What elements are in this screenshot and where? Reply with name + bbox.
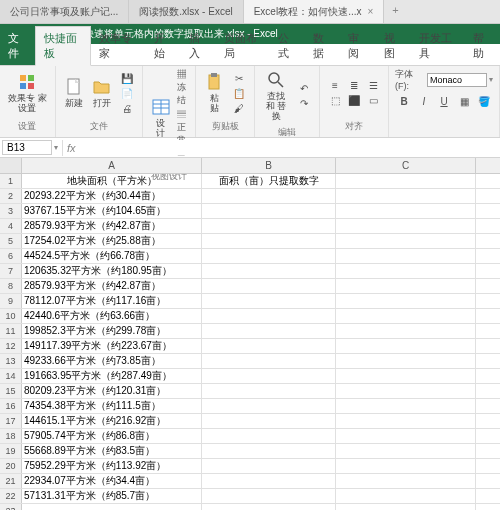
- row-header[interactable]: 2: [0, 189, 22, 203]
- cell[interactable]: [202, 294, 336, 308]
- cell[interactable]: 28579.93平方米（约42.87亩）: [22, 279, 202, 293]
- cell[interactable]: 22934.07平方米（约34.4亩）: [22, 474, 202, 488]
- saveas-icon[interactable]: 📄: [118, 86, 136, 100]
- row-header[interactable]: 8: [0, 279, 22, 293]
- fill-icon[interactable]: 🪣: [475, 94, 493, 108]
- settings-button[interactable]: 效果专 家设置: [6, 70, 49, 116]
- print-icon[interactable]: 🖨: [118, 101, 136, 115]
- cell[interactable]: [202, 324, 336, 338]
- cell[interactable]: [336, 279, 476, 293]
- cell[interactable]: [336, 429, 476, 443]
- cell[interactable]: [202, 219, 336, 233]
- col-header-b[interactable]: B: [202, 158, 336, 173]
- cell[interactable]: 93767.15平方米（约104.65亩）: [22, 204, 202, 218]
- formula-bar[interactable]: [80, 140, 500, 155]
- cell[interactable]: [336, 504, 476, 510]
- tab-efficiency[interactable]: 效率专家: [91, 27, 145, 65]
- cell[interactable]: 55668.89平方米（约83.5亩）: [22, 444, 202, 458]
- valign-top-icon[interactable]: ⬚: [326, 94, 344, 108]
- cell[interactable]: [202, 234, 336, 248]
- title-tab-1[interactable]: 公司日常事项及账户记...: [0, 0, 129, 23]
- tab-data[interactable]: 数据: [305, 27, 340, 65]
- cell[interactable]: 74354.38平方米（约111.5亩）: [22, 399, 202, 413]
- cell[interactable]: [336, 399, 476, 413]
- cell[interactable]: [202, 399, 336, 413]
- row-header[interactable]: 22: [0, 489, 22, 503]
- row-header[interactable]: 15: [0, 384, 22, 398]
- cell[interactable]: [336, 444, 476, 458]
- row-header[interactable]: 1: [0, 174, 22, 188]
- name-box[interactable]: [2, 140, 52, 155]
- row-header[interactable]: 11: [0, 324, 22, 338]
- cell[interactable]: [202, 189, 336, 203]
- cell[interactable]: [202, 474, 336, 488]
- undo-icon[interactable]: ↶: [295, 81, 313, 95]
- cell[interactable]: [336, 339, 476, 353]
- cell[interactable]: [202, 339, 336, 353]
- valign-mid-icon[interactable]: ⬛: [345, 94, 363, 108]
- cell[interactable]: [336, 249, 476, 263]
- cell[interactable]: [202, 249, 336, 263]
- cell[interactable]: 28579.93平方米（约42.87亩）: [22, 219, 202, 233]
- cell[interactable]: [336, 369, 476, 383]
- cell[interactable]: 57131.31平方米（约85.7亩）: [22, 489, 202, 503]
- font-select[interactable]: [427, 73, 487, 87]
- name-box-dropdown[interactable]: ▾: [54, 143, 58, 152]
- redo-icon[interactable]: ↷: [295, 96, 313, 110]
- paste-button[interactable]: 粘 贴: [202, 70, 226, 116]
- row-header[interactable]: 9: [0, 294, 22, 308]
- new-tab-button[interactable]: +: [384, 0, 406, 23]
- row-header[interactable]: 7: [0, 264, 22, 278]
- brush-icon[interactable]: 🖌: [230, 101, 248, 115]
- cell[interactable]: [202, 489, 336, 503]
- cell[interactable]: 120635.32平方米（约180.95亩）: [22, 264, 202, 278]
- row-header[interactable]: 16: [0, 399, 22, 413]
- cell[interactable]: [336, 189, 476, 203]
- row-header[interactable]: 5: [0, 234, 22, 248]
- tab-insert[interactable]: 插入: [181, 27, 216, 65]
- cell[interactable]: 49233.66平方米（约73.85亩）: [22, 354, 202, 368]
- tab-view[interactable]: 视图: [376, 27, 411, 65]
- row-header[interactable]: 20: [0, 459, 22, 473]
- tab-home[interactable]: 开始: [146, 27, 181, 65]
- cell[interactable]: 44524.5平方米（约66.78亩）: [22, 249, 202, 263]
- row-header[interactable]: 13: [0, 354, 22, 368]
- open-button[interactable]: 打开: [90, 75, 114, 111]
- cell[interactable]: [202, 369, 336, 383]
- design-button[interactable]: 设 计: [149, 95, 173, 141]
- cell[interactable]: [336, 414, 476, 428]
- copy-icon[interactable]: 📋: [230, 86, 248, 100]
- cell[interactable]: [202, 309, 336, 323]
- cell[interactable]: [336, 204, 476, 218]
- cell[interactable]: [336, 459, 476, 473]
- freeze-button[interactable]: ▦ 冻结: [177, 68, 190, 107]
- cell[interactable]: [336, 294, 476, 308]
- cell[interactable]: [336, 174, 476, 188]
- close-icon[interactable]: ×: [367, 6, 373, 17]
- row-header[interactable]: 17: [0, 414, 22, 428]
- valign-bot-icon[interactable]: ▭: [364, 94, 382, 108]
- cell[interactable]: [202, 279, 336, 293]
- underline-icon[interactable]: U: [435, 94, 453, 108]
- save-icon[interactable]: 💾: [118, 71, 136, 85]
- tab-quick[interactable]: 快捷面板: [35, 26, 91, 66]
- row-header[interactable]: 23: [0, 504, 22, 510]
- cell[interactable]: [336, 354, 476, 368]
- cell[interactable]: 地块面积（平方米）: [22, 174, 202, 188]
- col-header-a[interactable]: A: [22, 158, 202, 173]
- row-header[interactable]: 19: [0, 444, 22, 458]
- cell[interactable]: 20293.22平方米（约30.44亩）: [22, 189, 202, 203]
- cell[interactable]: [336, 474, 476, 488]
- cell[interactable]: [202, 354, 336, 368]
- row-header[interactable]: 21: [0, 474, 22, 488]
- cell[interactable]: [202, 444, 336, 458]
- cell[interactable]: [202, 504, 336, 510]
- cell[interactable]: [22, 504, 202, 510]
- align-right-icon[interactable]: ☰: [364, 79, 382, 93]
- fx-icon[interactable]: fx: [67, 142, 76, 154]
- chevron-down-icon[interactable]: ▾: [489, 75, 493, 84]
- cell[interactable]: [336, 264, 476, 278]
- cell[interactable]: 78112.07平方米（约117.16亩）: [22, 294, 202, 308]
- border-icon[interactable]: ▦: [455, 94, 473, 108]
- tab-review[interactable]: 审阅: [340, 27, 375, 65]
